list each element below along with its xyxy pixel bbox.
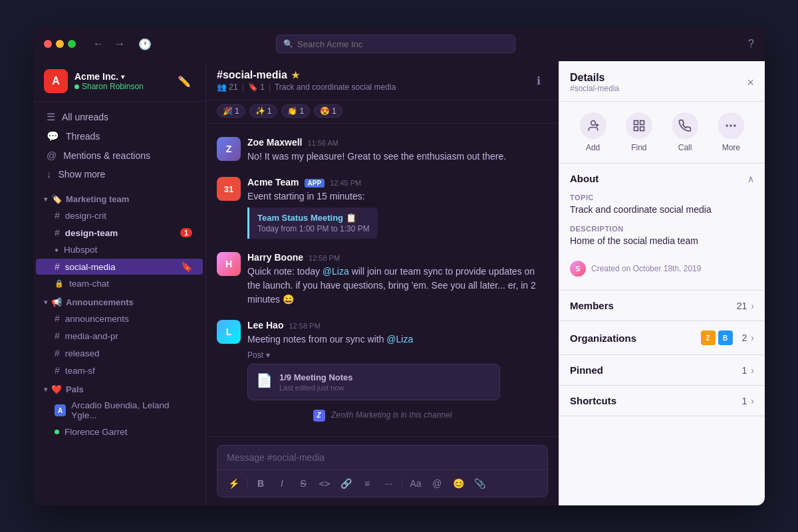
- chevron-down-icon: ▾: [44, 196, 47, 203]
- channel-media-and-pr[interactable]: # media-and-pr: [36, 328, 203, 344]
- panel-section-about: About ∧ Topic Track and coordinate socia…: [559, 164, 765, 291]
- more-formatting-button[interactable]: ···: [379, 474, 398, 493]
- section-announcements[interactable]: ▾ 📢 Announcements: [33, 292, 205, 310]
- org-avatar-b: B: [718, 331, 733, 345]
- workspace-left: A Acme Inc. ▾ Sharon Robinson: [44, 69, 144, 93]
- lightning-button[interactable]: ⚡: [224, 474, 243, 493]
- panel-action-call[interactable]: Call: [672, 112, 698, 152]
- right-panel: Details #social-media × Add: [559, 61, 765, 505]
- members-count-group: 21 ›: [737, 301, 754, 311]
- traffic-lights: [44, 40, 76, 48]
- dot-icon: ●: [55, 246, 59, 253]
- forward-button[interactable]: →: [110, 35, 129, 53]
- table-row: H Harry Boone 12:58 PM Quick note: today…: [217, 249, 548, 309]
- panel-action-find[interactable]: Find: [626, 112, 652, 152]
- search-icon: 🔍: [283, 39, 293, 49]
- back-button[interactable]: ←: [89, 35, 108, 53]
- reaction-party[interactable]: 🎉 1: [217, 104, 245, 118]
- panel-header: Details #social-media ×: [559, 61, 765, 102]
- search-input[interactable]: [297, 39, 508, 49]
- link-button[interactable]: 🔗: [336, 474, 355, 493]
- channel-announcements[interactable]: # announcements: [36, 311, 203, 327]
- sidebar-nav: ☰ All unreads 💬 Threads @ Mentions & rea…: [33, 102, 205, 189]
- section-pals[interactable]: ▾ ❤️ Pals: [33, 379, 205, 397]
- mention-button[interactable]: @: [428, 474, 446, 493]
- members-count: 21: [737, 301, 747, 311]
- maximize-dot[interactable]: [68, 40, 76, 48]
- close-panel-button[interactable]: ×: [747, 76, 754, 88]
- panel-section-shortcuts: Shortcuts 1 ›: [559, 386, 765, 416]
- section-marketing[interactable]: ▾ 🏷️ Marketing team: [33, 189, 205, 207]
- input-toolbar: ⚡ B I S <> 🔗 ≡ ··· Aa @ 😊 📎: [217, 469, 547, 497]
- panel-action-more[interactable]: More: [718, 112, 744, 152]
- chevron-right-icon: ›: [751, 301, 754, 311]
- lock-icon: 🔒: [55, 279, 64, 288]
- list-button[interactable]: ≡: [358, 474, 376, 493]
- history-button[interactable]: 🕐: [134, 35, 156, 53]
- svg-rect-6: [634, 127, 638, 131]
- italic-button[interactable]: I: [273, 474, 291, 493]
- help-button[interactable]: ?: [748, 38, 754, 50]
- pinned-section-header[interactable]: Pinned 1 ›: [559, 355, 765, 385]
- avatar: 31: [217, 177, 241, 201]
- attachment-button[interactable]: 📎: [470, 474, 489, 493]
- channel-hubspot[interactable]: ● Hubspot: [36, 242, 203, 257]
- dm-arcadio[interactable]: A Arcadio Buendia, Leland Ygle...: [36, 398, 203, 423]
- channel-team-sf[interactable]: # team-sf: [36, 362, 203, 378]
- bold-button[interactable]: B: [251, 474, 270, 493]
- svg-point-8: [730, 124, 732, 126]
- reaction-clap[interactable]: 👏 1: [281, 104, 310, 118]
- unread-badge: 1: [180, 228, 192, 237]
- channel-name: media-and-pr: [65, 331, 192, 341]
- post-label[interactable]: Post ▾: [247, 350, 548, 360]
- creator-text: Created on October 18th, 2019: [591, 264, 701, 273]
- mention-link[interactable]: @Liza: [323, 266, 349, 277]
- sidebar-item-show-more[interactable]: ↓ Show more: [36, 165, 203, 183]
- topic-label: Topic: [570, 194, 754, 201]
- channel-design-team[interactable]: # design-team 1: [36, 225, 203, 241]
- hash-icon: #: [55, 261, 60, 272]
- channel-team-chat[interactable]: 🔒 team-chat: [36, 276, 203, 291]
- search-bar[interactable]: 🔍: [276, 35, 515, 53]
- channel-design-crit[interactable]: # design-crit: [36, 207, 203, 223]
- organizations-section-header[interactable]: Organizations Z B 2 ›: [559, 321, 765, 354]
- section-announcements-icon: 📢: [51, 297, 62, 307]
- post-card[interactable]: 📄 1/9 Meeting Notes Last edited just now: [247, 364, 500, 400]
- avatar: Z: [217, 137, 241, 161]
- add-member-icon: [580, 112, 606, 139]
- dm-florence[interactable]: Florence Garret: [36, 424, 203, 440]
- close-dot[interactable]: [44, 40, 52, 48]
- strikethrough-button[interactable]: S: [294, 474, 313, 493]
- panel-subtitle: #social-media: [570, 84, 619, 93]
- compose-button[interactable]: ✏️: [174, 70, 195, 92]
- channel-social-media[interactable]: # social-media 🔖: [36, 259, 203, 275]
- star-icon[interactable]: ★: [291, 70, 300, 80]
- message-input[interactable]: [217, 446, 547, 469]
- message-time: 12:58 PM: [309, 254, 340, 262]
- avatar-zenith: Z: [313, 410, 325, 422]
- about-section-header[interactable]: About ∧: [559, 164, 765, 194]
- panel-section-organizations: Organizations Z B 2 ›: [559, 321, 765, 355]
- sidebar-item-threads[interactable]: 💬 Threads: [36, 127, 203, 146]
- panel-action-add[interactable]: Add: [580, 112, 606, 152]
- minimize-dot[interactable]: [56, 40, 64, 48]
- bookmark-icon: 🔖: [181, 261, 192, 272]
- channel-released[interactable]: # released: [36, 345, 203, 361]
- emoji-button[interactable]: 😊: [449, 474, 467, 493]
- code-button[interactable]: <>: [315, 474, 334, 493]
- shortcuts-section-header[interactable]: Shortcuts 1 ›: [559, 386, 765, 416]
- text-style-button[interactable]: Aa: [406, 474, 425, 493]
- creator-avatar: S: [570, 261, 586, 277]
- members-section-header[interactable]: Members 21 ›: [559, 291, 765, 321]
- show-more-icon: ↓: [47, 168, 52, 180]
- chat-header: #social-media ★ 👥 21 | 🔖 1 | Track and c…: [206, 61, 559, 100]
- sidebar-item-unreads[interactable]: ☰ All unreads: [36, 108, 203, 126]
- reaction-heart-eyes[interactable]: 😍 1: [314, 104, 342, 118]
- sidebar-item-mentions[interactable]: @ Mentions & reactions: [36, 146, 203, 164]
- info-button[interactable]: ℹ: [529, 71, 548, 90]
- mention-link[interactable]: @Liza: [386, 334, 413, 344]
- nav-buttons: ← → 🕐: [89, 35, 156, 53]
- reaction-sparkle[interactable]: ✨ 1: [249, 104, 278, 118]
- workspace-name[interactable]: Acme Inc. ▾: [74, 71, 144, 82]
- event-card[interactable]: Team Status Meeting 📋 Today from 1:00 PM…: [247, 207, 378, 239]
